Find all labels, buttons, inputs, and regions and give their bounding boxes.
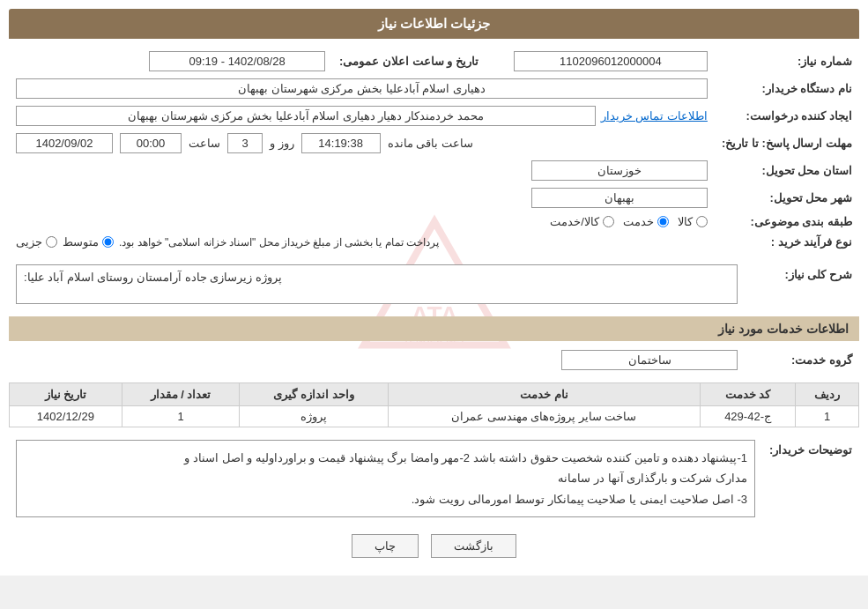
cell-row: 1 xyxy=(796,406,859,427)
response-deadline-label: مهلت ارسال پاسخ: تا تاریخ: xyxy=(715,130,859,157)
process-label: نوع فرآیند خرید : xyxy=(715,232,859,252)
category-goods-label: کالا xyxy=(678,215,693,228)
services-table: ردیف کد خدمت نام خدمت واحد اندازه گیری ت… xyxy=(9,382,859,427)
date-time-value: 1402/08/28 - 09:19 xyxy=(149,51,325,71)
category-option-goods[interactable]: کالا xyxy=(678,215,708,228)
contact-link[interactable]: اطلاعات تماس خریدار xyxy=(601,109,708,123)
response-time: 00:00 xyxy=(120,133,182,153)
service-group-table: گروه خدمت: ساختمان xyxy=(9,346,859,374)
process-small-radio[interactable] xyxy=(46,236,57,248)
response-date: 1402/09/02 xyxy=(16,133,113,153)
col-header-row: ردیف xyxy=(796,383,859,406)
notes-line: 1-پیشنهاد دهنده و تامین کننده شخصیت حقوق… xyxy=(24,448,747,468)
process-note: پرداخت تمام یا بخشی از مبلغ خریداز محل "… xyxy=(119,236,439,249)
cell-name: ساخت سایر پروژه‌های مهندسی عمران xyxy=(388,406,700,427)
buyer-value: دهیاری اسلام آبادعلیا بخش مرکزی شهرستان … xyxy=(16,78,708,99)
creator-value: محمد خردمندکار دهیار دهیاری اسلام آبادعل… xyxy=(16,106,596,126)
need-description-label: شرح کلی نیاز: xyxy=(745,261,859,308)
category-goods-services-label: کالا/خدمت xyxy=(550,215,599,228)
buyer-notes-content: 1-پیشنهاد دهنده و تامین کننده شخصیت حقوق… xyxy=(16,440,755,517)
cell-quantity: 1 xyxy=(122,406,240,427)
response-days: 3 xyxy=(227,133,263,153)
notes-line: مدارک شرکت و بارگذاری آنها در سامانه xyxy=(24,468,747,488)
remaining-time: 14:19:38 xyxy=(301,133,381,153)
time-label: ساعت xyxy=(189,137,220,150)
process-option-small[interactable]: جزیی xyxy=(16,235,57,249)
buyer-notes-label: توضیحات خریدار: xyxy=(762,436,859,521)
buyer-label: نام دستگاه خریدار: xyxy=(715,75,859,102)
category-service-label: خدمت xyxy=(623,215,654,228)
cell-unit: پروژه xyxy=(240,406,388,427)
need-description-value: پروژه زیرسازی جاده آرامستان روستای اسلام… xyxy=(16,264,738,304)
category-label: طبقه بندی موضوعی: xyxy=(715,212,859,232)
city-label: شهر محل تحویل: xyxy=(715,184,859,212)
province-label: استان محل تحویل: xyxy=(715,157,859,184)
service-group-value: ساختمان xyxy=(561,350,738,370)
category-option-goods-services[interactable]: کالا/خدمت xyxy=(550,215,614,228)
date-time-label: تاریخ و ساعت اعلان عمومی: xyxy=(332,48,486,75)
remaining-label: ساعت باقی مانده xyxy=(388,137,473,150)
province-value: خوزستان xyxy=(531,160,708,181)
need-number-value: 1102096012000004 xyxy=(514,51,708,71)
process-medium-label: متوسط xyxy=(63,235,99,249)
col-header-code: کد خدمت xyxy=(700,383,796,406)
category-service-radio[interactable] xyxy=(657,216,669,227)
cell-date: 1402/12/29 xyxy=(10,406,122,427)
col-header-unit: واحد اندازه گیری xyxy=(240,383,388,406)
category-option-service[interactable]: خدمت xyxy=(623,215,669,228)
city-value: بهبهان xyxy=(531,188,708,208)
creator-label: ایجاد کننده درخواست: xyxy=(715,102,859,130)
col-header-quantity: تعداد / مقدار xyxy=(122,383,240,406)
need-number-label: شماره نیاز: xyxy=(715,48,859,75)
button-row: بازگشت چاپ xyxy=(9,534,859,567)
days-label: روز و xyxy=(270,137,294,150)
category-goods-radio[interactable] xyxy=(696,216,708,227)
buyer-notes-table: توضیحات خریدار: 1-پیشنهاد دهنده و تامین … xyxy=(9,436,859,521)
services-section-header: اطلاعات خدمات مورد نیاز xyxy=(9,316,859,341)
col-header-name: نام خدمت xyxy=(388,383,700,406)
print-button[interactable]: چاپ xyxy=(352,534,419,558)
process-medium-radio[interactable] xyxy=(102,236,114,248)
service-group-label: گروه خدمت: xyxy=(745,346,859,374)
col-header-date: تاریخ نیاز xyxy=(10,383,122,406)
category-goods-services-radio[interactable] xyxy=(603,216,614,227)
page-title: جزئیات اطلاعات نیاز xyxy=(9,9,859,39)
info-table: شماره نیاز: 1102096012000004 تاریخ و ساع… xyxy=(9,48,859,252)
cell-code: ج-42-429 xyxy=(700,406,796,427)
process-option-medium[interactable]: متوسط xyxy=(63,235,114,249)
table-row: 1 ج-42-429 ساخت سایر پروژه‌های مهندسی عم… xyxy=(10,406,859,427)
notes-line: 3- اصل صلاحیت ایمنی یا صلاحیت پیمانکار ت… xyxy=(24,489,747,509)
need-description-table: شرح کلی نیاز: پروژه زیرسازی جاده آرامستا… xyxy=(9,261,859,308)
back-button[interactable]: بازگشت xyxy=(431,534,516,558)
process-small-label: جزیی xyxy=(16,235,42,249)
